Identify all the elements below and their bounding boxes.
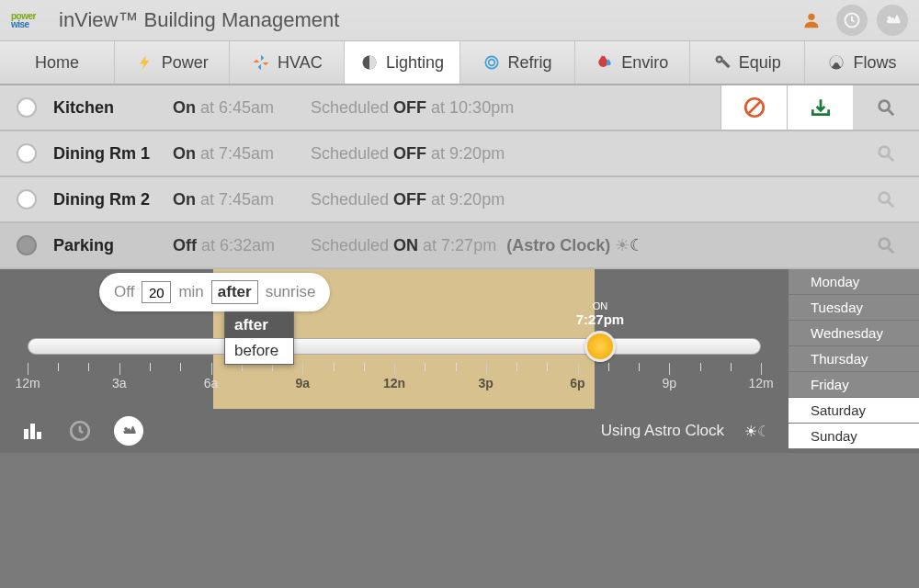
- zone-state: On at 7:45am: [173, 190, 311, 209]
- svg-line-15: [889, 156, 894, 162]
- search-icon[interactable]: [853, 235, 919, 255]
- clock-icon[interactable]: [836, 5, 868, 36]
- tab-hvac[interactable]: HVAC: [230, 41, 345, 84]
- timeline: ON 7:27pm: [28, 338, 761, 355]
- dropdown-option[interactable]: before: [225, 338, 293, 364]
- zone-row[interactable]: Kitchen On at 6:45am Scheduled OFF at 10…: [0, 85, 919, 131]
- brand-logo: power wise: [11, 6, 50, 34]
- astro-clock-label: Using Astro Clock: [601, 422, 724, 440]
- svg-point-12: [879, 101, 890, 111]
- status-dot: [17, 143, 37, 164]
- search-icon[interactable]: [853, 143, 919, 164]
- zone-name: Kitchen: [53, 98, 173, 118]
- tab-label: Power: [162, 53, 209, 73]
- settings-icon[interactable]: [877, 5, 908, 36]
- clock-icon[interactable]: [66, 417, 94, 445]
- search-icon[interactable]: [853, 189, 919, 209]
- day-friday[interactable]: Friday: [789, 372, 919, 398]
- tab-label: Home: [35, 53, 79, 73]
- lighting-icon: [360, 53, 379, 72]
- main-tabs: Home Power HVAC Lighting Refrig Enviro E…: [0, 41, 919, 85]
- tab-label: Enviro: [621, 53, 668, 73]
- svg-point-5: [488, 60, 494, 66]
- pill-unit: min: [178, 283, 203, 301]
- equip-icon: [713, 53, 732, 72]
- logo-bottom: wise: [11, 19, 50, 29]
- app-header: power wise inView™ Building Management: [0, 0, 919, 41]
- tab-power[interactable]: Power: [115, 41, 230, 84]
- day-sunday[interactable]: Sunday: [789, 424, 919, 449]
- day-tuesday[interactable]: Tuesday: [789, 295, 919, 321]
- on-handle[interactable]: ON 7:27pm: [584, 331, 616, 362]
- editor-footer: Using Astro Clock ☀☾: [0, 409, 789, 453]
- search-icon[interactable]: [853, 85, 919, 130]
- zone-row[interactable]: Parking Off at 6:32am Scheduled ON at 7:…: [0, 223, 919, 269]
- status-dot: [17, 235, 37, 255]
- tab-equip[interactable]: Equip: [690, 41, 805, 84]
- day-saturday[interactable]: Saturday: [789, 398, 919, 424]
- svg-point-2: [888, 16, 891, 19]
- zone-schedule: Scheduled OFF at 9:20pm: [311, 190, 853, 209]
- day-wednesday[interactable]: Wednesday: [789, 321, 919, 346]
- timeline-track[interactable]: ON 7:27pm: [28, 338, 761, 355]
- cancel-button[interactable]: [720, 85, 787, 130]
- tab-label: Lighting: [386, 53, 444, 73]
- hvac-icon: [252, 53, 270, 72]
- svg-rect-22: [37, 432, 41, 439]
- day-picker: Monday Tuesday Wednesday Thursday Friday…: [789, 269, 919, 449]
- status-dot: [17, 189, 37, 209]
- svg-point-0: [808, 14, 814, 20]
- zone-schedule: Scheduled OFF at 9:20pm: [311, 144, 853, 164]
- tab-enviro[interactable]: Enviro: [575, 41, 690, 84]
- timeline-ticks: 12m3a6a9a12n3p6p9p12m: [28, 363, 761, 392]
- tab-label: Equip: [739, 53, 781, 73]
- tab-home[interactable]: Home: [0, 41, 115, 84]
- refrig-icon: [482, 53, 501, 72]
- dropdown-option[interactable]: after: [225, 312, 293, 338]
- svg-rect-8: [721, 60, 730, 68]
- flows-icon: [827, 53, 845, 72]
- lightning-icon: [136, 53, 154, 72]
- zone-list: Kitchen On at 6:45am Scheduled OFF at 10…: [0, 85, 919, 269]
- svg-point-18: [879, 239, 890, 249]
- svg-rect-21: [30, 424, 35, 439]
- zone-state: On at 7:45am: [173, 144, 311, 164]
- tab-lighting[interactable]: Lighting: [345, 41, 460, 84]
- zone-name: Dining Rm 2: [53, 190, 173, 209]
- astro-icon: ☀☾: [615, 236, 644, 254]
- user-icon[interactable]: [796, 5, 827, 36]
- svg-point-14: [879, 147, 890, 157]
- zone-name: Parking: [53, 236, 173, 255]
- tab-label: HVAC: [278, 53, 323, 73]
- tab-label: Flows: [853, 53, 896, 73]
- tab-label: Refrig: [508, 53, 552, 73]
- svg-point-16: [879, 193, 890, 203]
- relation-select[interactable]: after: [211, 280, 258, 304]
- astro-icon: ☀☾: [744, 423, 770, 440]
- zone-row[interactable]: Dining Rm 1 On at 7:45am Scheduled OFF a…: [0, 131, 919, 177]
- handle-label: ON 7:27pm: [576, 300, 625, 327]
- status-dot: [17, 97, 37, 118]
- zone-state: On at 6:45am: [173, 98, 311, 118]
- svg-rect-20: [24, 429, 28, 439]
- tab-flows[interactable]: Flows: [805, 41, 919, 84]
- download-button[interactable]: [787, 85, 853, 130]
- svg-line-17: [889, 202, 894, 208]
- offset-input[interactable]: [142, 281, 171, 303]
- zone-row[interactable]: Dining Rm 2 On at 7:45am Scheduled OFF a…: [0, 177, 919, 223]
- zone-state: Off at 6:32am: [173, 236, 311, 255]
- tab-refrig[interactable]: Refrig: [460, 41, 575, 84]
- day-thursday[interactable]: Thursday: [789, 346, 919, 372]
- svg-line-11: [748, 102, 760, 114]
- zone-schedule: Scheduled ON at 7:27pm (Astro Clock) ☀☾: [311, 235, 853, 255]
- chart-icon[interactable]: [18, 417, 46, 445]
- svg-point-4: [485, 56, 497, 68]
- zone-name: Dining Rm 1: [53, 144, 173, 164]
- settings-icon[interactable]: [114, 416, 143, 446]
- day-monday[interactable]: Monday: [789, 269, 919, 295]
- pill-anchor: sunrise: [266, 283, 316, 301]
- offset-pill: Off min after sunrise: [99, 273, 330, 311]
- schedule-editor: Off min after sunrise after before ON 7:…: [0, 269, 919, 453]
- app-title: inView™ Building Management: [59, 8, 339, 32]
- pill-prefix: Off: [114, 283, 134, 301]
